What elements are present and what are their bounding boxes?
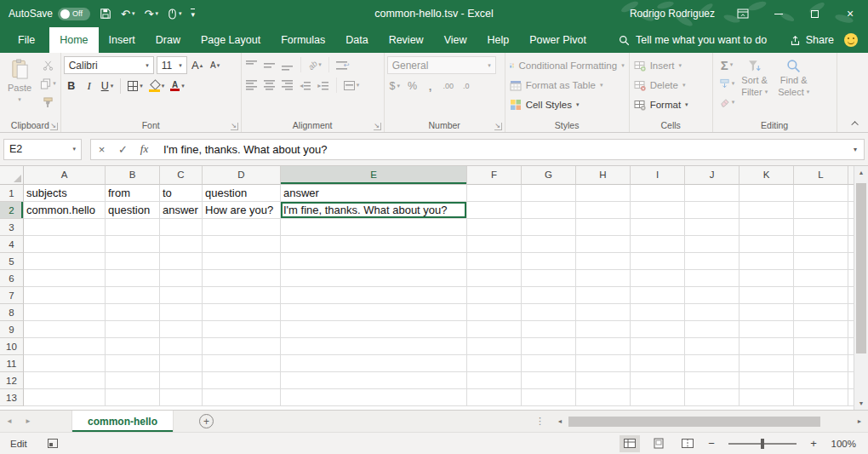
cell-e5[interactable] [281,253,467,270]
increase-indent-button[interactable]: ▸ [316,77,331,94]
insert-cells-button[interactable]: Insert ▾ [632,56,710,75]
collapse-ribbon-button[interactable] [849,118,863,129]
cell-l13[interactable] [794,389,848,406]
cell-d6[interactable] [203,270,281,287]
tab-insert[interactable]: Insert [99,27,146,53]
cell-h13[interactable] [576,389,631,406]
row-header-11[interactable]: 11 [0,355,24,372]
decrease-decimal-button[interactable]: .0 [459,78,474,95]
column-header-h[interactable]: H [576,166,631,185]
cell-d3[interactable] [203,219,281,236]
cell-h10[interactable] [576,338,631,355]
cell-c7[interactable] [160,287,203,304]
cell-a12[interactable] [24,372,106,389]
cell-b2[interactable]: question [106,202,160,219]
cell-j6[interactable] [685,270,740,287]
cell-f3[interactable] [467,219,522,236]
cell-l3[interactable] [794,219,848,236]
autosave-toggle[interactable]: AutoSave Off [9,8,90,20]
horizontal-scrollbar[interactable]: ◄ ► [551,411,868,432]
cell-f6[interactable] [467,270,522,287]
tell-me-search[interactable]: Tell me what you want to do [619,27,767,53]
cell-f11[interactable] [467,355,522,372]
cell-l4[interactable] [794,236,848,253]
select-all-corner[interactable] [0,166,24,185]
cell-j4[interactable] [685,236,740,253]
cell-b6[interactable] [106,270,160,287]
cell-a7[interactable] [24,287,106,304]
cell-a10[interactable] [24,338,106,355]
scroll-right-icon[interactable]: ► [853,418,866,424]
cell-a4[interactable] [24,236,106,253]
cell-f13[interactable] [467,389,522,406]
cell-d1[interactable]: question [203,185,281,202]
page-layout-view-button[interactable] [648,435,669,452]
cell-h4[interactable] [576,236,631,253]
page-break-view-button[interactable] [677,435,698,452]
cell-l8[interactable] [794,304,848,321]
row-header-1[interactable]: 1 [0,185,24,202]
cell-c4[interactable] [160,236,203,253]
column-header-i[interactable]: I [631,166,685,185]
cell-g2[interactable] [522,202,576,219]
cell-c11[interactable] [160,355,203,372]
cell-b13[interactable] [106,389,160,406]
cell-d5[interactable] [203,253,281,270]
column-header-f[interactable]: F [467,166,522,185]
format-as-table-button[interactable]: Format as Table ▾ [508,76,626,95]
cell-c12[interactable] [160,372,203,389]
autosum-button[interactable]: Σ▾ [717,56,737,73]
cell-f8[interactable] [467,304,522,321]
cell-l1[interactable] [794,185,848,202]
tab-power-pivot[interactable]: Power Pivot [519,27,597,53]
cell-k7[interactable] [740,287,794,304]
cell-i1[interactable] [631,185,685,202]
tab-help[interactable]: Help [477,27,520,53]
cell-j7[interactable] [685,287,740,304]
tab-view[interactable]: View [434,27,477,53]
zoom-slider-thumb[interactable] [761,439,764,449]
horizontal-scroll-thumb[interactable] [568,417,820,427]
increase-font-size-button[interactable]: A▴ [190,57,205,74]
cell-g6[interactable] [522,270,576,287]
cell-j1[interactable] [685,185,740,202]
cell-l12[interactable] [794,372,848,389]
cell-c8[interactable] [160,304,203,321]
merge-center-button[interactable]: ▾ [342,77,362,94]
cell-h6[interactable] [576,270,631,287]
cell-f1[interactable] [467,185,522,202]
align-top-button[interactable] [244,56,260,73]
cell-l7[interactable] [794,287,848,304]
cell-b1[interactable]: from [106,185,160,202]
underline-button[interactable]: U▾ [100,78,116,95]
cell-h1[interactable] [576,185,631,202]
row-header-6[interactable]: 6 [0,270,24,287]
cell-i6[interactable] [631,270,685,287]
cell-b11[interactable] [106,355,160,372]
cell-c13[interactable] [160,389,203,406]
fill-button[interactable]: ▾ [717,75,737,92]
cell-e1[interactable]: answer [281,185,467,202]
share-button[interactable]: Share [781,27,842,53]
cell-g1[interactable] [522,185,576,202]
align-middle-button[interactable] [262,56,277,73]
user-account[interactable]: Rodrigo Rodriguez [630,8,715,20]
tab-draw[interactable]: Draw [146,27,191,53]
cell-b8[interactable] [106,304,160,321]
cell-b9[interactable] [106,321,160,338]
cell-a3[interactable] [24,219,106,236]
orientation-button[interactable]: ab▾ [306,56,323,73]
new-sheet-button[interactable]: + [199,414,214,428]
cell-a9[interactable] [24,321,106,338]
cell-styles-button[interactable]: Cell Styles ▾ [508,95,626,114]
tab-page-layout[interactable]: Page Layout [191,27,271,53]
cell-i5[interactable] [631,253,685,270]
cell-i2[interactable] [631,202,685,219]
tab-home[interactable]: Home [49,27,98,53]
cell-h2[interactable] [576,202,631,219]
cell-k1[interactable] [740,185,794,202]
cell-j3[interactable] [685,219,740,236]
scroll-down-icon[interactable]: ▼ [854,400,868,406]
decrease-indent-button[interactable]: ◂ [298,77,313,94]
redo-button[interactable]: ↷ ▾ [144,8,157,20]
